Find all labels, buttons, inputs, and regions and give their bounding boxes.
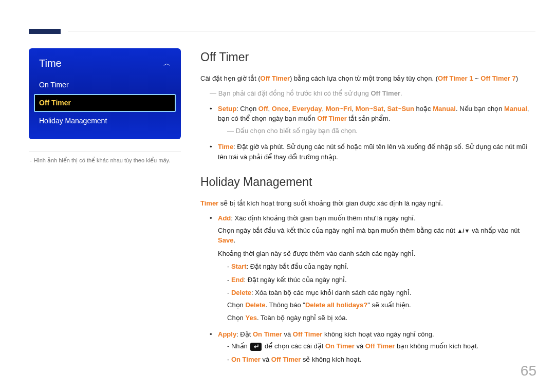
menu-item-on-timer[interactable]: On Timer — [34, 76, 176, 94]
add-sub-start: - Start: Đặt ngày bắt đầu của ngày nghỉ. — [227, 262, 534, 272]
add-sub-delete: - Delete: Xóa toàn bộ các mục khỏi danh … — [227, 288, 534, 323]
up-down-icon: ▲/▼ — [457, 228, 470, 234]
bullet-setup: • Setup: Chọn Off, Once, Everyday, Mon~F… — [210, 104, 534, 139]
image-caption: -Hình ảnh hiển thị có thể khác nhau tùy … — [29, 156, 181, 165]
off-timer-intro: Cài đặt hẹn giờ tắt (Off Timer) bằng các… — [200, 73, 534, 84]
setup-sub-note: ― Dấu chọn cho biết số ngày bạn đã chọn. — [227, 126, 534, 136]
header-accent — [29, 29, 61, 34]
bullet-apply: • Apply: Đặt On Timer và Off Timer không… — [210, 329, 534, 368]
hm-bullets: • Add: Xác định khoảng thời gian bạn muố… — [210, 213, 534, 367]
menu-item-off-timer[interactable]: Off Timer — [34, 94, 176, 112]
bullet-time: • Time: Đặt giờ và phút. Sử dụng các nút… — [210, 142, 534, 162]
left-column: Time ︿ On Timer Off Timer Holiday Manage… — [29, 48, 181, 370]
content-column: Off Timer Cài đặt hẹn giờ tắt (Off Timer… — [200, 48, 534, 370]
apply-sub-1: - Nhấn để chọn các cài đặt On Timer và O… — [227, 341, 534, 351]
clock-note: ― Bạn phải cài đặt đồng hồ trước khi có … — [210, 88, 534, 99]
heading-holiday-management: Holiday Management — [200, 173, 534, 191]
apply-sub-2: - On Timer và Off Timer sẽ không kích ho… — [227, 354, 534, 365]
menu-panel: Time ︿ On Timer Off Timer Holiday Manage… — [29, 48, 181, 139]
page-number: 65 — [521, 360, 536, 382]
menu-header[interactable]: Time ︿ — [34, 52, 176, 76]
page-body: Time ︿ On Timer Off Timer Holiday Manage… — [0, 36, 555, 392]
add-sub-end: - End: Đặt ngày kết thúc của ngày nghỉ. — [227, 275, 534, 285]
enter-key-icon — [250, 343, 262, 351]
chevron-up-icon: ︿ — [163, 58, 171, 69]
off-timer-bullets: • Setup: Chọn Off, Once, Everyday, Mon~F… — [210, 104, 534, 162]
menu-title: Time — [39, 55, 62, 71]
header-rule — [68, 31, 535, 31]
hm-intro: Timer sẽ bị tắt kích hoạt trong suốt kho… — [200, 198, 534, 209]
sidebar-rule — [29, 152, 181, 152]
menu-item-holiday-management[interactable]: Holiday Management — [34, 112, 176, 130]
bullet-add: • Add: Xác định khoảng thời gian bạn muố… — [210, 213, 534, 326]
heading-off-timer: Off Timer — [200, 48, 534, 66]
